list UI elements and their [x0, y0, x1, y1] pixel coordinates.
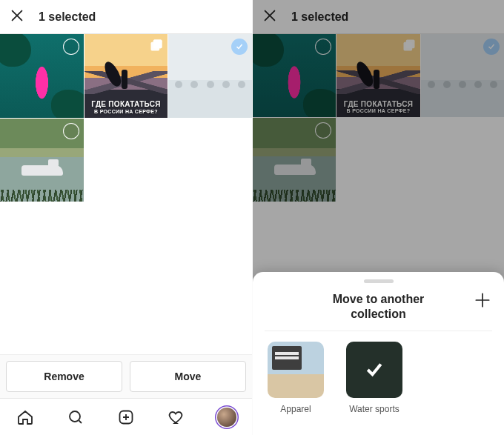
grid-tile[interactable] — [0, 34, 84, 118]
profile-avatar[interactable] — [217, 408, 236, 427]
left-screen: 1 selected ГДЕ ПОКАТАТЬСЯ В РОССИИ НА СЕ… — [0, 0, 252, 435]
sheet-grabber[interactable] — [364, 279, 394, 283]
search-icon[interactable] — [66, 408, 85, 427]
new-collection-button[interactable] — [473, 290, 492, 313]
add-post-icon[interactable] — [116, 408, 136, 427]
multi-post-icon — [149, 38, 164, 53]
grid-tile-selected[interactable] — [168, 34, 252, 118]
check-icon — [346, 342, 402, 398]
remove-button[interactable]: Remove — [6, 361, 122, 392]
collection-item-apparel[interactable]: Apparel — [265, 342, 327, 414]
close-icon[interactable] — [9, 7, 25, 27]
bottom-nav — [0, 398, 252, 435]
collection-label: Apparel — [265, 404, 327, 414]
heart-icon[interactable] — [167, 408, 186, 427]
svg-point-6 — [70, 411, 80, 422]
select-ring-icon — [63, 39, 79, 55]
collections-row: Apparel Water sports — [265, 331, 492, 414]
move-button-label: Move — [175, 371, 202, 382]
collection-label: Water sports — [343, 404, 405, 414]
saved-grid: ГДЕ ПОКАТАТЬСЯ В РОССИИ НА СЕРФЕ? — [0, 34, 252, 202]
topbar: 1 selected — [0, 0, 252, 34]
tile-caption: ГДЕ ПОКАТАТЬСЯ В РОССИИ НА СЕРФЕ? — [84, 100, 168, 115]
collection-thumb — [346, 342, 402, 398]
grid-tile[interactable] — [0, 119, 84, 202]
right-screen: 1 selected ГДЕ ПОКАТАТЬСЯ В РОССИИ НА СЕ… — [252, 0, 504, 435]
check-icon — [231, 39, 248, 55]
collection-thumb — [268, 342, 324, 398]
action-bar: Remove Move — [0, 354, 252, 398]
move-button[interactable]: Move — [130, 361, 246, 392]
remove-button-label: Remove — [44, 371, 84, 382]
selection-count: 1 selected — [39, 10, 96, 24]
sheet-header: Move to another collection — [265, 289, 492, 331]
move-sheet: Move to another collection Apparel Water… — [253, 272, 504, 435]
sheet-title: Move to another collection — [305, 292, 453, 322]
svg-rect-5 — [153, 40, 162, 49]
select-ring-icon — [63, 123, 79, 139]
collection-item-water-sports[interactable]: Water sports — [343, 342, 405, 414]
home-icon[interactable] — [16, 408, 35, 427]
grid-tile[interactable]: ГДЕ ПОКАТАТЬСЯ В РОССИИ НА СЕРФЕ? — [84, 34, 168, 118]
